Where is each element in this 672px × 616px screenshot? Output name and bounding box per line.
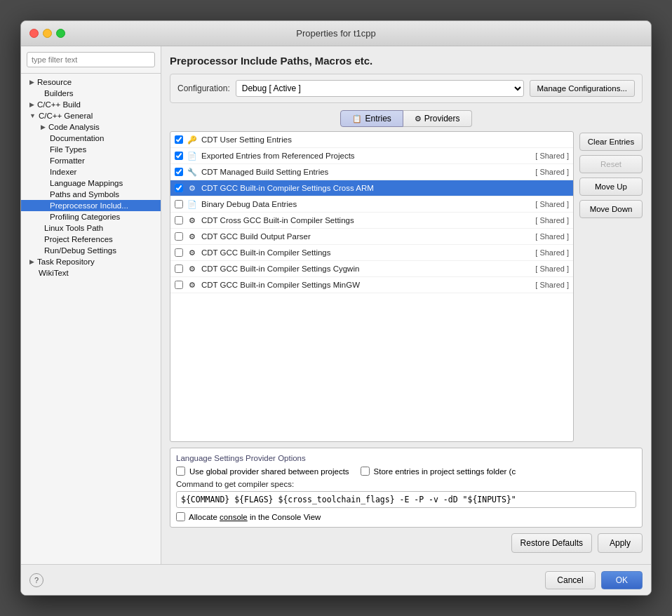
sidebar-item-project-references[interactable]: Project References (21, 234, 161, 245)
sidebar-item-label: C/C++ Build (37, 100, 81, 109)
window-body: ▶ResourceBuilders▶C/C++ Build▼C/C++ Gene… (21, 46, 651, 564)
entry-type-icon: 🔧 (187, 166, 198, 178)
entry-type-icon: 🔑 (187, 134, 198, 145)
entry-type-icon: ⚙ (187, 182, 198, 194)
allocate-console-label: Allocate console in the Console View (189, 513, 321, 521)
entry-shared-badge: [ Shared ] (535, 248, 569, 257)
entry-checkbox[interactable] (175, 168, 183, 176)
sidebar-item-label: Code Analysis (48, 123, 100, 131)
sidebar-item-label: Task Repository (37, 257, 95, 266)
entry-shared-badge: [ Shared ] (535, 152, 569, 160)
store-entries-label: Store entries in project settings folder… (374, 467, 516, 476)
provider-section-title: Language Settings Provider Options (176, 454, 636, 462)
sidebar-item-indexer[interactable]: Indexer (21, 166, 161, 178)
sidebar-item-label: Formatter (50, 156, 85, 165)
entry-label: Binary Debug Data Entries (201, 200, 532, 208)
sidebar-item-task-repository[interactable]: ▶Task Repository (21, 256, 161, 267)
sidebar-item-code-analysis[interactable]: ▶Code Analysis (21, 121, 161, 133)
sidebar-item-file-types[interactable]: File Types (21, 144, 161, 155)
sidebar-item-label: Run/Debug Settings (44, 246, 116, 255)
move-down-button[interactable]: Move Down (579, 200, 643, 218)
entry-type-icon: 📄 (187, 199, 198, 210)
ok-button[interactable]: OK (601, 571, 643, 589)
table-row[interactable]: 🔑CDT User Setting Entries (170, 132, 573, 148)
cancel-button[interactable]: Cancel (545, 571, 595, 589)
entry-type-icon: ⚙ (187, 279, 198, 290)
main-window: Properties for t1cpp ▶ResourceBuilders▶C… (20, 20, 652, 596)
entry-type-icon: ⚙ (187, 247, 198, 258)
sidebar-tree: ▶ResourceBuilders▶C/C++ Build▼C/C++ Gene… (21, 74, 161, 564)
sidebar-item-builders[interactable]: Builders (21, 88, 161, 99)
sidebar-item-formatter[interactable]: Formatter (21, 155, 161, 166)
entry-shared-badge: [ Shared ] (535, 200, 569, 208)
move-up-button[interactable]: Move Up (579, 178, 643, 196)
sidebar-item-resource[interactable]: ▶Resource (21, 76, 161, 88)
entry-type-icon: ⚙ (187, 215, 198, 226)
sidebar-item-cpp-general[interactable]: ▼C/C++ General (21, 110, 161, 121)
entry-label: CDT GCC Built-in Compiler Settings MinGW (201, 281, 532, 289)
table-row[interactable]: ⚙CDT Cross GCC Built-in Compiler Setting… (170, 213, 573, 229)
restore-defaults-button[interactable]: Restore Defaults (511, 533, 592, 553)
sidebar-item-label: Language Mappings (50, 179, 123, 187)
table-row[interactable]: 📄Exported Entries from Referenced Projec… (170, 148, 573, 164)
table-row[interactable]: ⚙CDT GCC Built-in Compiler Settings Cros… (170, 180, 573, 196)
entry-checkbox[interactable] (175, 281, 183, 289)
help-button[interactable]: ? (29, 573, 43, 587)
sidebar-item-language-mappings[interactable]: Language Mappings (21, 178, 161, 189)
table-row[interactable]: ⚙CDT GCC Built-in Compiler Settings MinG… (170, 277, 573, 293)
global-provider-checkbox[interactable] (176, 467, 185, 476)
entry-type-icon: ⚙ (187, 231, 198, 242)
entry-checkbox[interactable] (175, 200, 183, 208)
sidebar-item-linux-tools-path[interactable]: Linux Tools Path (21, 222, 161, 234)
entry-checkbox[interactable] (175, 152, 183, 160)
sidebar-item-profiling-categories[interactable]: Profiling Categories (21, 211, 161, 222)
sidebar-item-preprocessor-incl[interactable]: Preprocessor Includ... (21, 200, 161, 211)
apply-button[interactable]: Apply (598, 533, 643, 553)
main-content-area: Preprocessor Include Paths, Macros etc. … (161, 46, 651, 564)
entry-shared-badge: [ Shared ] (535, 216, 569, 225)
config-select[interactable]: Debug [ Active ] (236, 80, 524, 97)
search-input[interactable] (27, 52, 155, 67)
entry-checkbox[interactable] (175, 232, 183, 241)
sidebar-item-run-debug-settings[interactable]: Run/Debug Settings (21, 245, 161, 256)
entry-checkbox[interactable] (175, 248, 183, 257)
tree-arrow-icon: ▶ (29, 101, 34, 108)
sidebar-item-label: WikiText (39, 269, 69, 277)
table-row[interactable]: 📄Binary Debug Data Entries[ Shared ] (170, 196, 573, 213)
sidebar-item-label: Profiling Categories (50, 213, 120, 221)
close-button[interactable] (29, 29, 39, 38)
providers-tab-icon: ⚙ (415, 114, 422, 123)
table-row[interactable]: 🔧CDT Managed Build Setting Entries[ Shar… (170, 164, 573, 180)
tab-providers-label: Providers (424, 114, 460, 123)
sidebar-item-label: Resource (37, 78, 72, 86)
entry-checkbox[interactable] (175, 216, 183, 225)
sidebar-item-documentation[interactable]: Documentation (21, 133, 161, 144)
titlebar: Properties for t1cpp (21, 21, 651, 46)
tab-entries[interactable]: 📋 Entries (340, 110, 403, 127)
sidebar: ▶ResourceBuilders▶C/C++ Build▼C/C++ Gene… (21, 46, 161, 564)
manage-configurations-button[interactable]: Manage Configurations... (530, 80, 636, 97)
sidebar-item-cpp-build[interactable]: ▶C/C++ Build (21, 99, 161, 110)
store-entries-checkbox[interactable] (361, 467, 370, 476)
entry-checkbox[interactable] (175, 265, 183, 273)
table-row[interactable]: ⚙CDT GCC Built-in Compiler Settings Cygw… (170, 261, 573, 277)
tab-entries-label: Entries (365, 114, 391, 123)
allocate-console-checkbox[interactable] (176, 512, 185, 521)
sidebar-item-label: Project References (44, 235, 113, 243)
entry-checkbox[interactable] (175, 135, 183, 144)
minimize-button[interactable] (43, 29, 52, 38)
entry-shared-badge: [ Shared ] (535, 281, 569, 289)
sidebar-item-paths-symbols[interactable]: Paths and Symbols (21, 189, 161, 200)
entry-checkbox[interactable] (175, 184, 183, 192)
tree-arrow-icon: ▶ (29, 258, 34, 265)
sidebar-item-label: Preprocessor Includ... (50, 201, 128, 210)
command-input[interactable] (176, 491, 636, 508)
clear-entries-button[interactable]: Clear Entries (579, 133, 643, 151)
entries-buttons: Clear Entries Reset Move Up Move Down (579, 131, 643, 442)
sidebar-item-wikitext[interactable]: WikiText (21, 267, 161, 279)
table-row[interactable]: ⚙CDT GCC Built-in Compiler Settings[ Sha… (170, 245, 573, 261)
tab-providers[interactable]: ⚙ Providers (403, 110, 472, 127)
maximize-button[interactable] (56, 29, 65, 38)
table-row[interactable]: ⚙CDT GCC Build Output Parser[ Shared ] (170, 229, 573, 245)
reset-button[interactable]: Reset (579, 155, 643, 173)
